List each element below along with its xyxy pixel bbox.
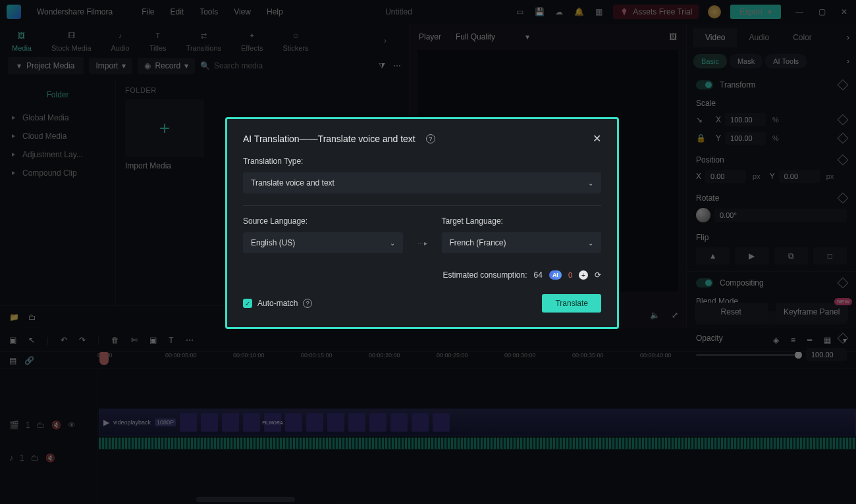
target-language-select[interactable]: French (France)⌄ xyxy=(442,232,602,253)
consumption-label: Estimated consumption: xyxy=(442,270,527,280)
automatch-label: Auto-match xyxy=(257,299,298,308)
add-credits-button[interactable]: + xyxy=(579,270,588,280)
arrow-right-icon: ⋯▸ xyxy=(417,239,427,253)
target-language-label: Target Language: xyxy=(442,216,602,226)
consumption-value: 64 xyxy=(534,270,543,280)
ai-badge-icon: AI xyxy=(549,270,562,280)
translation-type-label: Translation Type: xyxy=(243,157,601,166)
chevron-down-icon: ⌄ xyxy=(390,239,395,247)
source-language-label: Source Language: xyxy=(243,216,403,226)
credits-value: 0 xyxy=(568,271,572,279)
chevron-down-icon: ⌄ xyxy=(588,180,593,187)
help-icon[interactable]: ? xyxy=(303,299,312,308)
translate-button[interactable]: Translate xyxy=(542,294,601,313)
help-icon[interactable]: ? xyxy=(426,134,435,143)
close-icon[interactable]: ✕ xyxy=(593,132,601,145)
modal-title: AI Translation——Translate voice and text xyxy=(243,134,415,144)
ai-translation-modal: AI Translation——Translate voice and text… xyxy=(225,117,619,329)
chevron-down-icon: ⌄ xyxy=(588,239,593,247)
translation-type-select[interactable]: Translate voice and text⌄ xyxy=(243,172,601,193)
refresh-icon[interactable]: ⟳ xyxy=(595,270,601,280)
source-language-select[interactable]: English (US)⌄ xyxy=(243,232,403,253)
automatch-checkbox[interactable]: ✓ xyxy=(243,299,252,308)
